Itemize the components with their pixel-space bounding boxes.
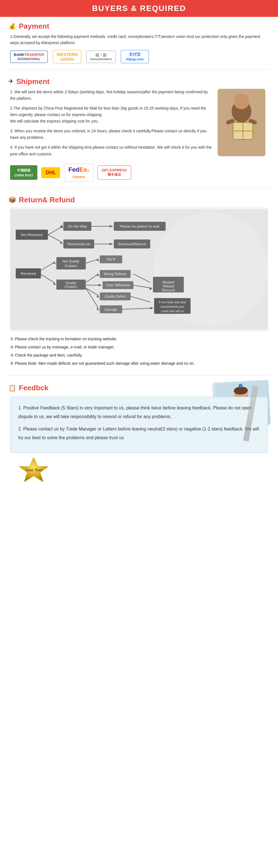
svg-line-44 bbox=[85, 288, 98, 308]
received-lost-label: Received/Lost bbox=[67, 242, 91, 246]
alipay-logo: 支付宝 Alipay.com bbox=[121, 50, 149, 63]
feedback-section: 📋 Feedbck Feedback 1. P bbox=[0, 378, 278, 487]
courier-illustration bbox=[218, 89, 265, 156]
svg-marker-39 bbox=[98, 284, 102, 286]
divider-2 bbox=[8, 187, 270, 188]
svg-line-24 bbox=[41, 262, 55, 270]
not-quality-problem-label: Not Quality bbox=[63, 259, 79, 263]
payment-description: 1.Generally, we accept the following pay… bbox=[10, 33, 270, 46]
shipment-para-3: 3. When you receive the items you ordere… bbox=[10, 128, 213, 141]
payment-logos: BANKTRANSFER INTERNATIONAL WESTERN UNION… bbox=[10, 50, 270, 63]
feedback-icon: 📋 bbox=[8, 384, 16, 392]
svg-line-47 bbox=[133, 274, 150, 282]
svg-line-28 bbox=[85, 259, 98, 263]
svg-line-17 bbox=[48, 235, 62, 242]
fedex-logo: FedEx® Express bbox=[64, 163, 93, 182]
svg-text:Discount: Discount bbox=[162, 288, 175, 292]
color-difference-label: Color Difference bbox=[106, 283, 130, 287]
payment-icon: 💰 bbox=[8, 23, 16, 30]
western-union-logo: WESTERN UNION bbox=[53, 50, 81, 63]
moneybookers-logo: ((( ○ ))) moneybookers bbox=[86, 51, 115, 63]
return-refund-heading: Return& Refund bbox=[19, 195, 75, 204]
chinapost-logo: 中国邮政 CHINA POST bbox=[10, 165, 37, 180]
shipment-para-4: 4. If you have not got it within the shi… bbox=[10, 144, 213, 157]
feedback-para-1: 1. Positive Feedback (5 Stars) is very i… bbox=[18, 404, 260, 421]
svg-line-53 bbox=[131, 296, 150, 302]
note-2: ② Please contact us by meesage, e-mail, … bbox=[10, 344, 268, 351]
svg-line-11 bbox=[48, 227, 62, 235]
note-4: ④ Please Note: Men made defects are not … bbox=[10, 360, 268, 367]
svg-text:Refund: Refund bbox=[163, 284, 174, 288]
quality-problem-label: Quality bbox=[66, 281, 76, 285]
divider-1 bbox=[8, 69, 270, 69]
resend-refund-discount-label: Resend bbox=[163, 280, 174, 284]
shipment-para-2: 2.The shipment by China Post Registered … bbox=[10, 105, 213, 124]
courier-logos: 中国邮政 CHINA POST DHL FedEx® Express (SF) … bbox=[10, 163, 270, 182]
svg-text:Problem: Problem bbox=[65, 285, 77, 288]
shipment-section: ✈ Shipment 1. We will sent the items wit… bbox=[0, 72, 278, 185]
shipment-para-1: 1. We will sent the items within 2-5days… bbox=[10, 89, 213, 102]
svg-marker-49 bbox=[149, 287, 152, 290]
received-refund-label: Received/Refund bbox=[118, 242, 146, 246]
note-3: ③ Check the package and Item, carefully. bbox=[10, 352, 268, 359]
shipment-content: 1. We will sent the items within 2-5days… bbox=[8, 89, 270, 161]
svg-marker-21 bbox=[109, 243, 113, 245]
payment-section: 💰 Payment 1.Generally, we accept the fol… bbox=[0, 17, 278, 66]
svg-text:Problem: Problem bbox=[65, 264, 77, 268]
shipment-title-row: ✈ Shipment bbox=[8, 77, 270, 86]
not-fit-label: Not fit bbox=[107, 257, 116, 261]
flowchart-container: Not Received On the Way Please be patien… bbox=[10, 207, 268, 332]
shipment-icon: ✈ bbox=[8, 78, 13, 85]
wrong-delivery-label: Wrong Delivery bbox=[104, 272, 127, 276]
bank-transfer-logo: BANKTRANSFER INTERNATIONAL bbox=[10, 51, 48, 63]
svg-text:could also tell us: could also tell us bbox=[161, 309, 184, 312]
page-title: BUYERS & REQUIRED bbox=[0, 4, 278, 13]
svg-point-2 bbox=[234, 94, 249, 109]
return-refund-section: 📦 Return& Refund Not Received On the Way bbox=[0, 190, 278, 373]
return-refund-title-row: 📦 Return& Refund bbox=[8, 195, 270, 204]
svg-marker-55 bbox=[150, 307, 153, 309]
payment-heading: Payment bbox=[19, 22, 49, 31]
damage-label: Damage bbox=[105, 307, 118, 311]
shipment-text-block: 1. We will sent the items within 2-5days… bbox=[8, 89, 213, 161]
dhl-logo: DHL bbox=[41, 167, 60, 178]
shipment-heading: Shipment bbox=[16, 77, 49, 86]
feedback-para-2: 2. Please contact us by Trade Manager or… bbox=[18, 425, 260, 442]
payment-title-row: 💰 Payment bbox=[8, 22, 270, 31]
quality-defect-label: Quality Defect bbox=[105, 294, 126, 298]
svg-marker-15 bbox=[109, 225, 113, 227]
not-received-label: Not Received bbox=[21, 232, 43, 237]
svg-line-48 bbox=[133, 285, 150, 288]
on-the-way-label: On the Way bbox=[68, 224, 87, 228]
svg-line-35 bbox=[85, 274, 98, 282]
please-be-patient-label: Please be patient to wait bbox=[119, 224, 160, 228]
sfexpress-logo: (SF) EXPRESS 顺丰速运 bbox=[98, 165, 131, 180]
svg-line-31 bbox=[41, 275, 55, 283]
badge-label: Your Text bbox=[26, 468, 42, 472]
if-you-have-label: If you have any else bbox=[159, 300, 186, 304]
received-label: Received bbox=[21, 272, 36, 276]
notes-list: ① Please check the tracking in formation… bbox=[10, 336, 268, 367]
gold-badge: Your Text bbox=[11, 456, 56, 484]
shipment-image bbox=[213, 89, 270, 156]
feedback-content: 1. Positive Feedback (5 Stars) is very i… bbox=[10, 397, 268, 453]
flowchart-svg: Not Received On the Way Please be patien… bbox=[13, 213, 265, 325]
svg-line-54 bbox=[122, 308, 150, 309]
return-icon: 📦 bbox=[8, 196, 16, 204]
badge-area: Your Text bbox=[8, 456, 270, 484]
svg-text:requirements,you: requirements,you bbox=[160, 305, 184, 308]
note-1: ① Please check the tracking in formation… bbox=[10, 336, 268, 343]
divider-3 bbox=[8, 375, 270, 376]
page-header: BUYERS & REQUIRED bbox=[0, 0, 278, 17]
feedback-heading: Feedbck bbox=[19, 383, 48, 392]
svg-line-41 bbox=[85, 288, 98, 295]
